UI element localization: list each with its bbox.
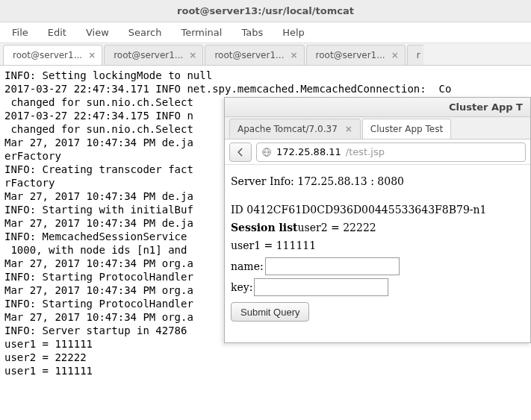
url-path: /test.jsp <box>346 146 385 157</box>
id-value: 0412CF61D0CD936D00445533643F8B79-n1 <box>246 204 486 216</box>
terminal-tab-label: root@server1... <box>214 50 284 60</box>
terminal-tab-2[interactable]: root@server1... × <box>205 45 304 65</box>
window-titlebar: root@server13:/usr/local/tomcat <box>0 0 531 22</box>
terminal-tab-label: root@server1... <box>13 50 82 60</box>
url-input[interactable]: 172.25.88.11/test.jsp <box>256 142 526 162</box>
menu-search[interactable]: Search <box>121 24 170 41</box>
key-input[interactable] <box>254 278 388 296</box>
browser-tab-0[interactable]: Apache Tomcat/7.0.37 × <box>229 119 361 139</box>
close-icon[interactable]: × <box>189 50 196 60</box>
menu-edit[interactable]: Edit <box>40 24 74 41</box>
session-user1-line: user1 = 111111 <box>231 236 524 254</box>
menu-file[interactable]: File <box>4 24 36 41</box>
menu-terminal[interactable]: Terminal <box>173 24 229 41</box>
globe-icon <box>261 147 272 157</box>
menu-help[interactable]: Help <box>275 24 312 41</box>
id-label: ID <box>231 204 246 216</box>
menu-tabs[interactable]: Tabs <box>234 24 270 41</box>
arrow-left-icon <box>235 147 246 157</box>
terminal-tab-label: root@server1... <box>316 50 385 60</box>
back-button[interactable] <box>229 142 252 162</box>
submit-button[interactable]: Submit Query <box>231 302 309 322</box>
terminal-tab-4[interactable]: r <box>407 45 423 65</box>
close-icon[interactable]: × <box>345 124 353 134</box>
browser-tab-label: Apache Tomcat/7.0.37 <box>237 124 338 134</box>
close-icon[interactable]: × <box>291 50 298 60</box>
menu-view[interactable]: View <box>78 24 117 41</box>
browser-tabs: Apache Tomcat/7.0.37 × Cluster App Test <box>225 117 530 140</box>
close-icon[interactable]: × <box>88 50 96 60</box>
browser-window: Cluster App T Apache Tomcat/7.0.37 × Clu… <box>224 97 531 343</box>
name-label: name: <box>231 257 264 275</box>
session-list-label: Session list <box>231 222 297 233</box>
name-row: name: <box>231 257 524 275</box>
browser-title: Cluster App T <box>449 101 523 113</box>
key-row: key: <box>231 278 524 296</box>
terminal-tabs: root@server1... × root@server1... × root… <box>0 43 531 66</box>
menubar: File Edit View Search Terminal Tabs Help <box>0 22 531 43</box>
page-content: Server Info: 172.25.88.13 : 8080 ID 0412… <box>225 165 530 329</box>
terminal-tab-3[interactable]: root@server1... × <box>306 45 406 65</box>
session-list-value: user2 = 22222 <box>297 222 376 233</box>
browser-tab-label: Cluster App Test <box>370 124 443 134</box>
server-info-line: Server Info: 172.25.88.13 : 8080 <box>231 172 524 190</box>
terminal-tab-label: root@server1... <box>114 50 183 60</box>
url-host: 172.25.88.11 <box>276 146 341 157</box>
browser-tab-1[interactable]: Cluster App Test <box>362 119 451 139</box>
session-list-line: Session listuser2 = 22222 <box>231 219 524 236</box>
session-id-line: ID 0412CF61D0CD936D00445533643F8B79-n1 <box>231 201 524 219</box>
server-info-value: 172.25.88.13 : 8080 <box>297 175 404 187</box>
name-input[interactable] <box>265 257 400 275</box>
terminal-tab-0[interactable]: root@server1... × <box>3 45 102 65</box>
close-icon[interactable]: × <box>391 50 399 60</box>
window-title: root@server13:/usr/local/tomcat <box>177 5 354 16</box>
key-label: key: <box>231 278 252 296</box>
server-info-label: Server Info: <box>231 175 297 187</box>
terminal-tab-1[interactable]: root@server1... × <box>104 45 203 65</box>
address-bar: 172.25.88.11/test.jsp <box>225 140 530 165</box>
browser-titlebar: Cluster App T <box>225 98 530 117</box>
terminal-tab-label: r <box>417 50 420 60</box>
